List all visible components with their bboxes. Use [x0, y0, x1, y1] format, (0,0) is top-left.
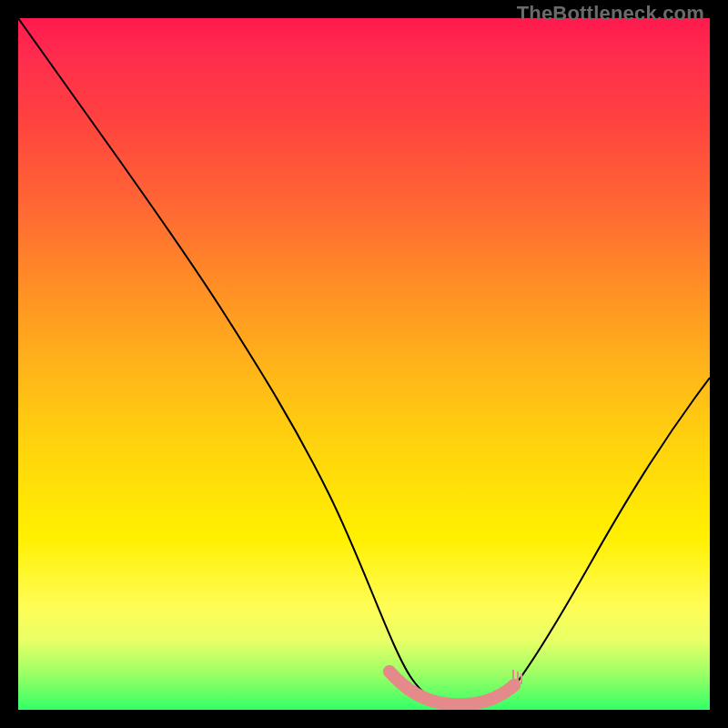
accent-dot: [508, 679, 521, 692]
curve-svg: [18, 18, 710, 710]
accent-dot: [491, 690, 502, 701]
accent-dot: [383, 665, 396, 678]
watermark-text: TheBottleneck.com: [517, 2, 704, 25]
accent-dot: [471, 697, 482, 708]
chart-frame: TheBottleneck.com: [0, 0, 728, 728]
bottleneck-curve: [18, 18, 710, 706]
accent-dot: [402, 684, 413, 695]
plot-area: [18, 18, 710, 710]
accent-dot: [448, 699, 459, 710]
accent-dot: [424, 695, 435, 706]
